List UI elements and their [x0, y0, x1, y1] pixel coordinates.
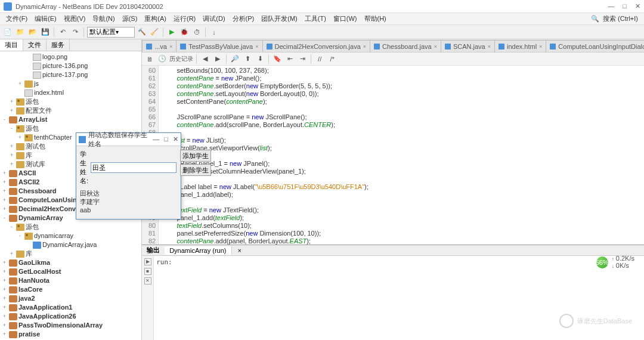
run-icon[interactable]: ▶	[166, 27, 177, 38]
del-student-button[interactable]: 删除学生	[180, 164, 211, 176]
maximize-button[interactable]: □	[623, 2, 627, 10]
output-close-icon[interactable]: ×	[233, 246, 246, 255]
download-rate: 0K/s	[616, 262, 629, 269]
redo-icon[interactable]: ↷	[70, 27, 80, 38]
tree-node[interactable]: +HanNuota	[0, 276, 141, 285]
app-icon	[4, 2, 12, 11]
dialog-title: 用动态数组保存学生姓名	[88, 131, 153, 149]
menu-debug[interactable]: 调试(D)	[199, 14, 228, 23]
dlg-minimize-icon[interactable]: —	[153, 135, 159, 143]
tree-node[interactable]: +pratise	[0, 330, 141, 339]
output-gutter: ▶ ■ ✕	[142, 256, 154, 340]
menu-team[interactable]: 团队开发(M)	[258, 14, 301, 23]
menu-window[interactable]: 窗口(W)	[330, 14, 361, 23]
prev-mark-icon[interactable]: ⬆	[242, 54, 253, 64]
file-tab[interactable]: Decimal2HexConversion.java×	[262, 40, 371, 52]
shift-right-icon[interactable]: ⇥	[297, 54, 308, 64]
tree-node[interactable]: +库	[0, 249, 141, 258]
open-icon[interactable]: 📂	[27, 27, 38, 38]
nav-fwd-icon[interactable]: ▶	[212, 54, 223, 64]
profile-icon[interactable]: ⏱	[191, 27, 202, 38]
minimize-button[interactable]: —	[608, 2, 614, 10]
tree-node[interactable]: +源包	[0, 97, 141, 106]
close-button[interactable]: ✕	[635, 2, 640, 10]
history-icon[interactable]: 🕓	[157, 54, 168, 64]
tree-node[interactable]: +js	[0, 79, 141, 88]
tree-node[interactable]: -dynamicarray	[0, 231, 141, 240]
file-tab[interactable]: TestPassByValue.java×	[176, 40, 262, 52]
student-list[interactable]: 田秋达李建宇aab	[80, 188, 177, 215]
menu-run[interactable]: 运行(R)	[170, 14, 199, 23]
menu-profile[interactable]: 分析(P)	[229, 14, 258, 23]
save-all-icon[interactable]: 💾	[40, 27, 51, 38]
new-project-icon[interactable]: 📁	[15, 27, 26, 38]
global-search[interactable]: 🔍 搜索 (Ctrl+I)	[591, 14, 642, 23]
main-toolbar: 📄 📁 📂 💾 ↶ ↷ 默认配置 ▾ 🔨 🧹 ▶ 🐞 ⏱ ↓	[0, 25, 644, 39]
code-editor[interactable]: setBounds(100, 100, 237, 268); contentPa…	[159, 66, 644, 245]
comment-icon[interactable]: //	[314, 54, 325, 64]
new-file-icon[interactable]: 📄	[2, 27, 13, 38]
menu-tools[interactable]: 工具(T)	[301, 14, 330, 23]
download-progress[interactable]: 56%	[596, 256, 608, 268]
dlg-close-icon[interactable]: ✕	[173, 135, 178, 143]
download-widget: 56% ↑ 0.2K/s ↓ 0K/s	[596, 255, 634, 270]
output-run-tab[interactable]: DynamicArray (run)	[165, 246, 231, 255]
tree-node[interactable]: picture-136.png	[0, 61, 141, 70]
menu-help[interactable]: 帮助(H)	[361, 14, 390, 23]
tree-node[interactable]: index.html	[0, 88, 141, 97]
tab-files[interactable]: 文件	[23, 39, 47, 51]
step-icon[interactable]: ↓	[209, 27, 219, 38]
tree-node[interactable]: -ArrayList	[0, 115, 141, 124]
file-tab[interactable]: SCAN.java×	[441, 40, 495, 52]
find-icon[interactable]: 🔎	[230, 54, 240, 64]
add-student-button[interactable]: 添加学生	[180, 150, 211, 162]
file-tab-bar: ...va×TestPassByValue.java×Decimal2HexCo…	[142, 39, 644, 52]
menu-view[interactable]: 视图(V)	[60, 14, 89, 23]
clean-icon[interactable]: 🧹	[149, 27, 160, 38]
clear-icon[interactable]: ✕	[144, 277, 151, 285]
debug-icon[interactable]: 🐞	[179, 27, 190, 38]
hammer-icon[interactable]: 🔨	[137, 27, 147, 38]
tree-node[interactable]: +配置文件	[0, 106, 141, 115]
menu-navigate[interactable]: 导航(N)	[89, 14, 118, 23]
tab-services[interactable]: 服务	[47, 39, 70, 51]
name-input[interactable]	[91, 162, 177, 173]
title-bar: DynamicArray - NetBeans IDE Dev 20180420…	[0, 0, 644, 13]
tab-projects[interactable]: 项目	[0, 39, 23, 51]
next-mark-icon[interactable]: ⬇	[255, 54, 265, 64]
rerun-icon[interactable]: ▶	[144, 258, 151, 265]
java-icon	[79, 136, 86, 143]
shift-left-icon[interactable]: ⇤	[284, 54, 295, 64]
undo-icon[interactable]: ↶	[57, 27, 68, 38]
tree-node[interactable]: +IsaCore	[0, 285, 141, 294]
source-view-icon[interactable]: 🗎	[144, 54, 155, 64]
menu-file[interactable]: 文件(F)	[2, 14, 31, 23]
tree-node[interactable]: picture-137.png	[0, 70, 141, 79]
config-combo[interactable]: 默认配置 ▾	[87, 27, 135, 38]
tree-node[interactable]: DynamicArray.java	[0, 240, 141, 249]
stop-icon[interactable]: ■	[144, 268, 151, 275]
tree-node[interactable]: logo.png	[0, 52, 141, 61]
nav-back-icon[interactable]: ◀	[200, 54, 210, 64]
tree-node[interactable]: +JavaApplication1	[0, 303, 141, 312]
file-tab[interactable]: index.html×	[494, 40, 546, 52]
tree-node[interactable]: +JavaApplication26	[0, 312, 141, 321]
tree-node[interactable]: -源包	[0, 222, 141, 231]
output-tab-label[interactable]: 输出	[142, 245, 165, 255]
file-tab[interactable]: Chessboard.java×	[370, 40, 441, 52]
menu-bar: 文件(F) 编辑(E) 视图(V) 导航(N) 源(S) 重构(A) 运行(R)…	[0, 13, 644, 25]
tree-node[interactable]: +PassTwoDimensionalArray	[0, 321, 141, 330]
file-tab[interactable]: ComputeLoanUsingInputDialog.java×	[546, 40, 644, 52]
menu-refactor[interactable]: 重构(A)	[141, 14, 170, 23]
menu-source[interactable]: 源(S)	[119, 14, 141, 23]
student-dialog: 用动态数组保存学生姓名 — □ ✕ 学生姓名: 田秋达李建宇aab 添加学生 删…	[76, 132, 181, 220]
toggle-bookmark-icon[interactable]: 🔖	[272, 54, 283, 64]
dlg-maximize-icon[interactable]: □	[164, 135, 168, 143]
wechat-icon	[559, 314, 574, 328]
tree-node[interactable]: +java2	[0, 294, 141, 303]
menu-edit[interactable]: 编辑(E)	[31, 14, 60, 23]
uncomment-icon[interactable]: /*	[327, 54, 338, 64]
tree-node[interactable]: +GetLocalHost	[0, 267, 141, 276]
file-tab[interactable]: ...va×	[142, 40, 177, 52]
tree-node[interactable]: +GaoLikma	[0, 258, 141, 267]
